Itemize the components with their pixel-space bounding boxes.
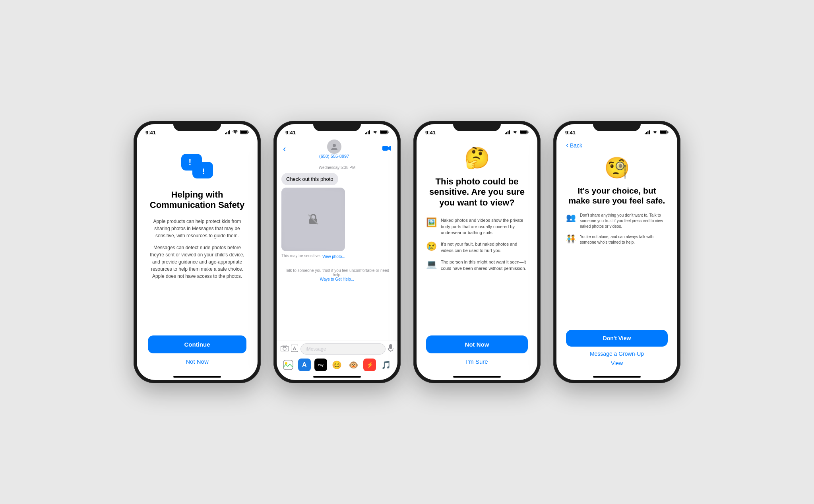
phone4-status-icons: [645, 130, 669, 135]
sensitive-label-row: This may be sensitive. View photo...: [281, 254, 393, 260]
thinking-emoji: 🤔: [426, 146, 528, 170]
phone3-content: 🤔 This photo could be sensitive. Are you…: [417, 138, 537, 374]
svg-rect-3: [229, 130, 231, 134]
phone2-status-icons: [365, 130, 389, 135]
phone3-frame: 9:41: [413, 121, 541, 383]
back-arrow-button[interactable]: ‹: [283, 144, 286, 154]
music-icon[interactable]: 🎵: [380, 359, 392, 371]
phone1-body1: Apple products can help protect kids fro…: [148, 218, 246, 239]
svg-text:!: !: [202, 167, 205, 175]
phone2-inner: 9:41: [277, 124, 397, 380]
phone4-view-button[interactable]: View: [566, 360, 668, 366]
phone3-im-sure-button[interactable]: I'm Sure: [426, 358, 528, 365]
svg-rect-35: [506, 132, 508, 134]
monkey-icon[interactable]: 🐵: [347, 359, 360, 371]
spotlight-icon[interactable]: ⚡: [363, 359, 376, 371]
help-section: Talk to someone you trust if you feel un…: [281, 266, 393, 281]
phone4-message-grown-up-button[interactable]: Message a Grown-Up: [566, 351, 668, 357]
phone4-dont-view-button[interactable]: Don't View: [566, 330, 668, 347]
phone1-wrapper: 9:41: [134, 121, 261, 383]
warning-item-1: 🖼️ Naked photos and videos show the priv…: [426, 217, 528, 236]
phone2-home-indicator: [313, 376, 361, 378]
monocle-emoji: 🧐: [566, 156, 668, 180]
phone2-time: 9:41: [285, 130, 296, 136]
advice-item-2: 🧑‍🤝‍🧑 You're not alone, and can always t…: [566, 234, 668, 245]
video-call-icon[interactable]: [382, 145, 391, 153]
phone4-notch: [593, 121, 641, 131]
appstore-icon[interactable]: A: [291, 345, 298, 354]
advice-item-1: 👥 Don't share anything you don't want to…: [566, 213, 668, 229]
message-placeholder: iMessage: [306, 346, 326, 352]
phone4-content: ‹ Back 🧐 It's your choice, but make sure…: [556, 138, 677, 374]
svg-rect-0: [225, 133, 226, 134]
svg-rect-19: [382, 146, 388, 151]
phone1-content: ! ! Helping with Communication Safety Ap…: [137, 138, 258, 374]
message-input-bar: A iMessage: [277, 341, 397, 357]
phone4-wrapper: 9:41: [553, 121, 680, 383]
wifi-icon2: [372, 130, 378, 135]
advice-text-1: Don't share anything you don't want to. …: [580, 213, 668, 229]
svg-rect-39: [520, 131, 527, 134]
contact-info: (650) 555-8997: [319, 140, 349, 159]
svg-rect-16: [380, 131, 387, 134]
phone3-inner: 9:41: [417, 124, 537, 380]
view-photo-link[interactable]: View photo...: [322, 254, 345, 259]
apple-pay-icon[interactable]: Pay: [314, 359, 327, 371]
message-bubble: Check out this photo: [281, 173, 338, 185]
svg-rect-40: [528, 132, 529, 133]
mic-icon[interactable]: [388, 344, 393, 354]
svg-rect-42: [646, 132, 647, 134]
phone2-nav: ‹ (650) 555-8997: [277, 138, 397, 162]
svg-rect-32: [283, 360, 293, 370]
svg-rect-37: [509, 130, 510, 134]
appstore-tray-icon[interactable]: A: [298, 359, 311, 371]
signal-icon3: [505, 130, 510, 135]
svg-rect-36: [508, 131, 509, 134]
svg-rect-13: [368, 131, 369, 134]
svg-rect-43: [647, 131, 649, 134]
warning-icon-1: 🖼️: [426, 217, 437, 228]
contact-avatar: [327, 140, 341, 154]
phone4-title: It's your choice, but make sure you feel…: [566, 186, 668, 205]
phone1-inner: 9:41: [137, 124, 258, 380]
svg-rect-26: [283, 345, 286, 347]
phone4-inner: 9:41: [556, 124, 677, 380]
svg-text:A: A: [293, 346, 296, 351]
ways-to-get-help-link[interactable]: Ways to Get Help...: [281, 277, 393, 281]
message-input-field[interactable]: iMessage: [300, 343, 386, 355]
wifi-icon: [233, 130, 238, 135]
phone1-frame: 9:41: [134, 121, 261, 383]
svg-rect-12: [366, 132, 368, 134]
phone1-home-indicator: [173, 376, 221, 378]
phone4-frame: 9:41: [553, 121, 680, 383]
phone1-status-icons: [225, 130, 249, 135]
phone2-wrapper: 9:41: [273, 121, 401, 383]
phone2-notch: [313, 121, 361, 131]
phone3-not-now-button[interactable]: Not Now: [426, 335, 528, 353]
app-tray: A Pay 😊 🐵 ⚡ 🎵: [277, 357, 397, 374]
back-label[interactable]: Back: [570, 142, 582, 149]
battery-icon2: [380, 130, 389, 135]
camera-icon[interactable]: [281, 345, 289, 353]
svg-rect-47: [668, 132, 669, 133]
advice-icon-1: 👥: [566, 213, 576, 222]
communication-safety-icon: ! !: [181, 154, 213, 182]
phone1-title: Helping with Communication Safety: [148, 190, 246, 211]
advice-icon-2: 🧑‍🤝‍🧑: [566, 234, 576, 244]
phone1-continue-button[interactable]: Continue: [148, 335, 246, 353]
warning-text-1: Naked photos and videos show the private…: [441, 217, 528, 236]
phone1-not-now-button[interactable]: Not Now: [186, 358, 209, 365]
warning-icon-3: 💻: [426, 259, 437, 269]
back-chevron-icon: ‹: [566, 141, 568, 149]
phone3-notch: [453, 121, 501, 131]
warning-icon-2: 😢: [426, 241, 437, 252]
svg-rect-46: [660, 131, 667, 134]
battery-icon: [240, 130, 249, 135]
emoji-icon[interactable]: 😊: [331, 359, 343, 371]
svg-rect-14: [369, 130, 370, 134]
photos-icon[interactable]: [282, 359, 295, 371]
signal-icon: [225, 130, 231, 135]
phone3-title: This photo could be sensitive. Are you s…: [426, 176, 528, 208]
signal-icon4: [645, 130, 650, 135]
svg-rect-29: [389, 344, 392, 349]
